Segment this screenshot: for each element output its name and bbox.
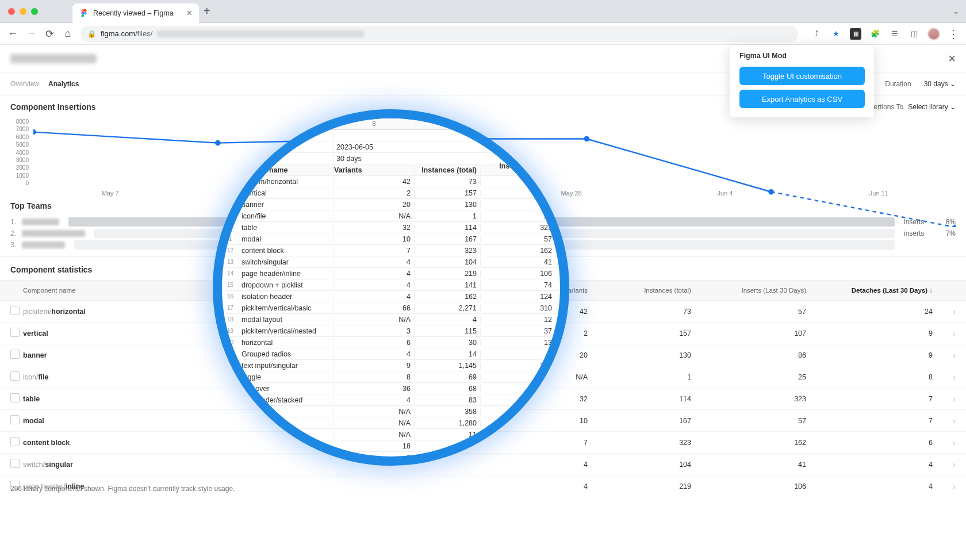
sheet-row: 17pickitem/vertical/basic662,271310 — [222, 302, 560, 314]
sheet-row: toggle8698 — [222, 371, 560, 383]
chevron-right-icon[interactable]: › — [933, 416, 956, 425]
sheet-row: 18modal layoutN/A412 — [222, 314, 560, 325]
browser-tab[interactable]: Recently viewed – Figma × — [72, 3, 199, 23]
export-csv-button[interactable]: Export Analytics as CSV — [739, 90, 865, 108]
svg-point-2 — [215, 140, 221, 146]
chevron-right-icon[interactable]: › — [933, 307, 956, 316]
svg-point-1 — [33, 129, 36, 135]
sheet-row: 15dropdown + picklist414174 — [222, 279, 560, 291]
sheet-row: icon/fileN/A125 — [222, 210, 560, 222]
sheet-row: banner2013086 — [222, 199, 560, 210]
omnibox[interactable]: 🔒 figma.com/files/ — [80, 26, 798, 42]
duration-dropdown[interactable]: 30 days ⌄ — [924, 80, 956, 88]
expand-tabs-icon[interactable]: ⌄ — [953, 7, 959, 16]
extension-popup: Figma UI Mod Toggle UI customisation Exp… — [730, 45, 874, 117]
component-icon — [10, 350, 20, 359]
bookmark-star-icon[interactable]: ★ — [830, 28, 842, 40]
component-icon — [10, 306, 20, 315]
extension-1-icon[interactable]: ▦ — [850, 28, 861, 40]
share-icon[interactable]: ⤴ — [811, 28, 822, 40]
window-controls[interactable] — [0, 8, 38, 15]
figma-favicon-icon — [79, 9, 89, 18]
chevron-right-icon[interactable]: › — [933, 438, 956, 447]
sheet-row: 14page header/inline4219106 — [222, 268, 560, 279]
extensions-puzzle-icon[interactable]: 🧩 — [869, 28, 881, 40]
sheet-row: 19pickitem/vertical/nested311537 — [222, 325, 560, 337]
side-panel-icon[interactable]: ◫ — [908, 28, 920, 40]
sheet-row: ...opover36685 — [222, 383, 560, 394]
sheet-row: ...kitem/horizontal427357 — [222, 176, 560, 187]
sheet-row: 20horizontal63013 — [222, 337, 560, 348]
component-icon — [10, 371, 20, 381]
svg-point-0 — [84, 11, 87, 14]
sheet-row: 1modal1016757 — [222, 233, 560, 245]
sheet-row: ...e header/stacked48384 — [222, 394, 560, 406]
close-window-icon[interactable] — [8, 8, 15, 15]
component-icon — [10, 328, 20, 337]
sheet-row: Grouped radios4149 — [222, 348, 560, 360]
col-detaches[interactable]: Detaches (Last 30 Days) ↓ — [806, 287, 933, 294]
sheet-row: text input/singular91,145233 — [222, 360, 560, 371]
sheet-date: 2023-06-05 — [334, 141, 415, 152]
sheet-col-b: B — [334, 118, 415, 129]
sheet-row: 13switch/singular410441 — [222, 256, 560, 268]
chevron-right-icon[interactable]: › — [933, 329, 956, 338]
col-instances[interactable]: Instances (total) — [588, 287, 691, 294]
sheet-row: ...h inputN/A358374 — [222, 406, 560, 417]
svg-point-6 — [953, 224, 956, 227]
lock-icon: 🔒 — [87, 30, 96, 38]
sheet-row: 16isolation header4162124 — [222, 291, 560, 302]
chevron-right-icon[interactable]: › — [933, 351, 956, 360]
sheet-row: 12content block7323162 — [222, 245, 560, 256]
close-tab-icon[interactable]: × — [187, 8, 192, 18]
chevron-right-icon[interactable]: › — [933, 482, 956, 491]
tab-title: Recently viewed – Figma — [93, 9, 182, 17]
profile-avatar-icon[interactable] — [928, 28, 940, 40]
sheet-duration: 30 days — [334, 153, 415, 164]
sheet-row: table32114323 — [222, 222, 560, 233]
magnifier-inset: B C 2023-06-05 30 days ...onent name Var… — [213, 109, 569, 466]
close-panel-icon[interactable]: × — [948, 51, 956, 66]
duration-label: Duration — [885, 80, 911, 88]
sheet-header-row: ...onent name Variants Instances (total)… — [222, 164, 560, 176]
component-icon — [10, 393, 20, 402]
back-button[interactable]: ← — [7, 28, 18, 40]
redacted-team — [22, 218, 59, 225]
forward-button[interactable]: → — [25, 28, 37, 40]
url-text: figma.com/files/ — [101, 29, 152, 38]
tab-overview[interactable]: Overview — [10, 74, 39, 94]
component-icon — [10, 437, 20, 446]
chrome-menu-icon[interactable]: ⋮ — [948, 28, 959, 40]
table-row[interactable]: switch/singular 4 104 41 4 › — [0, 454, 966, 475]
redacted-title — [10, 54, 97, 63]
svg-point-4 — [584, 136, 590, 142]
redacted-url — [157, 30, 364, 37]
maximize-window-icon[interactable] — [31, 8, 38, 15]
reading-list-icon[interactable]: ☰ — [889, 28, 900, 40]
redacted-team — [22, 241, 65, 248]
toggle-ui-customisation-button[interactable]: Toggle UI customisation — [739, 67, 865, 85]
component-icon — [10, 459, 20, 468]
sheet-row: ...ertical2157107 — [222, 187, 560, 199]
chevron-right-icon[interactable]: › — [933, 460, 956, 469]
minimize-window-icon[interactable] — [20, 8, 26, 15]
home-button[interactable]: ⌂ — [62, 28, 74, 40]
tab-analytics[interactable]: Analytics — [48, 74, 79, 94]
component-icon — [10, 415, 20, 424]
redacted-team — [22, 230, 85, 237]
reload-button[interactable]: ⟳ — [44, 28, 55, 40]
chevron-right-icon[interactable]: › — [933, 394, 956, 404]
urlbar: ← → ⟳ ⌂ 🔒 figma.com/files/ ⤴ ★ ▦ 🧩 ☰ ◫ ⋮ — [0, 23, 966, 45]
titlebar: Recently viewed – Figma × + ⌄ — [0, 0, 966, 23]
select-library-dropdown[interactable]: Select library ⌄ — [908, 103, 956, 111]
footer-note: 296 library components shown. Figma does… — [10, 485, 235, 493]
chevron-right-icon[interactable]: › — [933, 373, 956, 382]
new-tab-button[interactable]: + — [204, 5, 210, 18]
popup-title: Figma UI Mod — [739, 52, 865, 60]
col-inserts[interactable]: Inserts (Last 30 Days) — [691, 287, 806, 294]
section-title-insertions: Component Insertions — [10, 102, 96, 112]
